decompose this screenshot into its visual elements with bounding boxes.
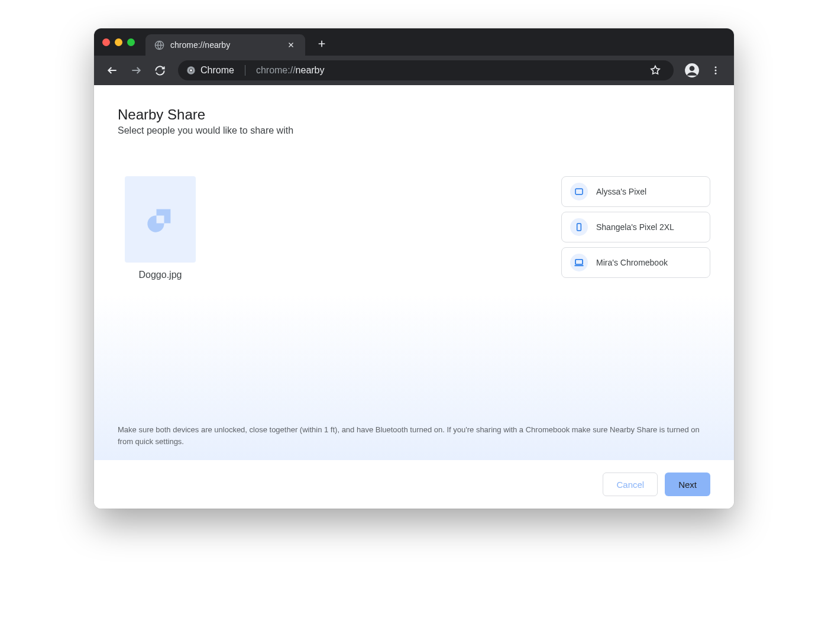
window-controls [102,38,135,46]
main-area: Nearby Share Select people you would lik… [94,85,734,460]
browser-toolbar: Chrome chrome://nearby [94,56,734,85]
tablet-icon [570,183,588,200]
device-item[interactable]: Shangela's Pixel 2XL [561,212,710,242]
footer: Cancel Next [94,460,734,509]
forward-button[interactable] [126,60,146,80]
browser-window: chrome://nearby Chrome chrome://nea [94,28,734,509]
svg-point-8 [715,73,717,75]
svg-point-3 [190,69,192,72]
close-tab-button[interactable] [285,39,297,51]
url-scheme: chrome:// [256,65,296,76]
device-list: Alyssa's Pixel Shangela's Pixel 2XL Mira… [561,176,710,280]
back-button[interactable] [102,60,122,80]
laptop-icon [570,254,588,271]
file-preview: Doggo.jpg [125,176,196,280]
image-placeholder-icon [145,204,176,235]
device-name: Alyssa's Pixel [596,187,646,196]
device-name: Shangela's Pixel 2XL [596,222,674,232]
svg-rect-12 [575,189,583,194]
tab-title: chrome://nearby [170,40,230,50]
page-content: Nearby Share Select people you would lik… [94,85,734,509]
device-item[interactable]: Mira's Chromebook [561,247,710,278]
phone-icon [570,218,588,236]
device-item[interactable]: Alyssa's Pixel [561,176,710,207]
svg-rect-13 [577,224,581,231]
svg-point-7 [715,70,717,72]
omnibox-chip: Chrome [186,65,234,76]
share-body: Doggo.jpg Alyssa's Pixel Shangela's Pixe… [118,176,710,280]
profile-avatar-button[interactable] [682,60,702,80]
separator [245,65,245,76]
file-thumbnail [125,176,196,263]
bookmark-star-icon[interactable] [645,60,665,80]
chrome-icon [186,66,196,75]
omnibox-url: chrome://nearby [256,65,325,76]
omnibox[interactable]: Chrome chrome://nearby [178,60,674,80]
globe-icon [154,40,164,50]
tab-bar: chrome://nearby [94,28,734,56]
page-subtitle: Select people you would like to share wi… [118,125,710,136]
device-name: Mira's Chromebook [596,258,668,267]
window-maximize-button[interactable] [127,38,135,46]
new-tab-button[interactable] [313,35,330,52]
browser-tab[interactable]: chrome://nearby [145,34,305,56]
info-text: Make sure both devices are unlocked, clo… [118,424,709,447]
info-banner: Make sure both devices are unlocked, clo… [94,295,734,460]
file-name: Doggo.jpg [125,270,196,280]
svg-point-5 [690,66,695,71]
page-title: Nearby Share [118,106,710,123]
svg-point-6 [715,66,717,68]
menu-button[interactable] [706,60,726,80]
url-path: nearby [296,65,325,76]
window-close-button[interactable] [102,38,110,46]
svg-rect-14 [575,260,583,264]
cancel-button[interactable]: Cancel [603,473,658,496]
next-button[interactable]: Next [665,473,710,496]
window-minimize-button[interactable] [115,38,122,46]
svg-rect-11 [157,216,164,224]
reload-button[interactable] [150,60,170,80]
omnibox-chip-label: Chrome [200,65,234,76]
